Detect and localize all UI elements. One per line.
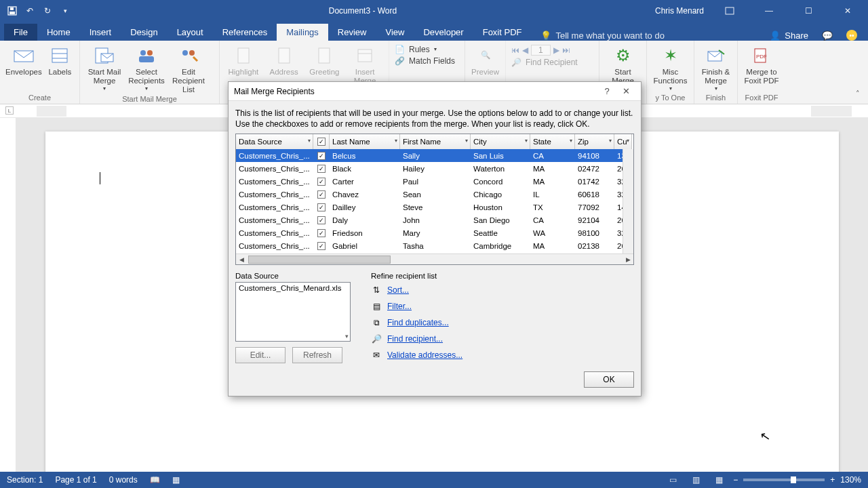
vertical-scrollbar[interactable] bbox=[623, 149, 633, 253]
macro-icon[interactable]: ▦ bbox=[172, 475, 180, 485]
rules-button[interactable]: 📄Rules ▾ bbox=[395, 45, 455, 54]
row-checkbox[interactable]: ✓ bbox=[317, 229, 326, 237]
select-recipients-button[interactable]: Select Recipients ▾ bbox=[127, 43, 165, 92]
table-row[interactable]: Customers_Chris_...✓GabrielTashaCambridg… bbox=[236, 239, 633, 252]
row-checkbox[interactable]: ✓ bbox=[317, 216, 326, 224]
spellcheck-icon[interactable]: 📖 bbox=[150, 475, 160, 485]
minimize-icon[interactable]: — bbox=[755, 1, 783, 20]
zoom-slider[interactable] bbox=[743, 479, 825, 481]
maximize-icon[interactable]: ☐ bbox=[795, 1, 822, 20]
column-header[interactable]: Zip▾ bbox=[575, 134, 614, 149]
tab-home[interactable]: Home bbox=[37, 24, 80, 41]
edit-button[interactable]: Edit... bbox=[235, 347, 285, 363]
tab-developer[interactable]: Developer bbox=[414, 24, 473, 41]
find-recipient-button[interactable]: 🔎Find Recipient bbox=[511, 58, 593, 67]
zoom-in-icon[interactable]: + bbox=[830, 475, 835, 485]
last-record-icon[interactable]: ⏭ bbox=[562, 45, 570, 55]
tab-view[interactable]: View bbox=[376, 24, 414, 41]
chevron-down-icon[interactable]: ▾ bbox=[395, 138, 397, 144]
start-merge-button[interactable]: ⚙Start Merge bbox=[605, 43, 641, 85]
column-header[interactable]: Cu▾ bbox=[614, 134, 632, 149]
validate-addresses-link[interactable]: ✉Validate addresses... bbox=[371, 347, 462, 363]
column-header[interactable]: Last Name▾ bbox=[330, 134, 400, 149]
undo-icon[interactable]: ↶ bbox=[24, 5, 35, 16]
tab-review[interactable]: Review bbox=[328, 24, 376, 41]
status-page[interactable]: Page 1 of 1 bbox=[55, 475, 96, 485]
chevron-down-icon[interactable]: ▾ bbox=[465, 138, 468, 144]
start-mail-merge-button[interactable]: Start Mail Merge ▾ bbox=[85, 43, 123, 92]
tab-file[interactable]: File bbox=[4, 24, 37, 41]
record-navigator[interactable]: ⏮ ◀ 1 ▶ ⏭ bbox=[511, 45, 593, 56]
record-number[interactable]: 1 bbox=[531, 45, 551, 56]
column-header[interactable]: State▾ bbox=[530, 134, 575, 149]
tab-layout[interactable]: Layout bbox=[167, 24, 213, 41]
comments-icon[interactable]: 💬 bbox=[822, 30, 833, 41]
labels-button[interactable]: Labels bbox=[46, 43, 74, 77]
data-source-item[interactable]: Customers_Chris_Menard.xls bbox=[239, 284, 341, 292]
column-header[interactable]: ✓ bbox=[313, 134, 330, 149]
envelopes-button[interactable]: Envelopes bbox=[5, 43, 42, 77]
save-icon[interactable] bbox=[7, 5, 18, 16]
status-section[interactable]: Section: 1 bbox=[7, 475, 43, 485]
close-icon[interactable]: ✕ bbox=[834, 1, 861, 20]
row-checkbox[interactable]: ✓ bbox=[317, 190, 326, 199]
feedback-icon[interactable]: •• bbox=[846, 30, 857, 41]
tab-foxit-pdf[interactable]: Foxit PDF bbox=[473, 24, 532, 41]
redo-icon[interactable]: ↻ bbox=[42, 5, 53, 16]
print-layout-icon[interactable]: ▥ bbox=[687, 474, 705, 486]
help-icon[interactable]: ? bbox=[597, 86, 616, 96]
status-words[interactable]: 0 words bbox=[109, 475, 138, 485]
ok-button[interactable]: OK bbox=[584, 371, 634, 388]
data-source-list[interactable]: Customers_Chris_Menard.xls ▾ bbox=[235, 282, 351, 342]
column-header[interactable]: City▾ bbox=[471, 134, 530, 149]
tab-design[interactable]: Design bbox=[121, 24, 167, 41]
row-checkbox[interactable]: ✓ bbox=[317, 203, 326, 211]
next-record-icon[interactable]: ▶ bbox=[553, 45, 559, 55]
tell-me-search[interactable]: 💡 Tell me what you want to do bbox=[540, 30, 664, 41]
select-all-checkbox[interactable]: ✓ bbox=[317, 138, 326, 146]
chevron-down-icon[interactable]: ▾ bbox=[609, 138, 612, 144]
chevron-down-icon[interactable]: ▾ bbox=[627, 138, 629, 144]
match-fields-button[interactable]: 🔗Match Fields bbox=[395, 56, 455, 66]
table-row[interactable]: Customers_Chris_...✓BelcusSallySan LuisC… bbox=[236, 149, 633, 162]
row-checkbox[interactable]: ✓ bbox=[317, 165, 326, 173]
horizontal-scrollbar[interactable]: ◀ ▶ bbox=[236, 253, 633, 264]
web-layout-icon[interactable]: ▦ bbox=[710, 474, 728, 486]
read-mode-icon[interactable]: ▭ bbox=[664, 474, 682, 486]
table-row[interactable]: Customers_Chris_...✓DalyJohnSan DiegoCA9… bbox=[236, 214, 633, 226]
table-row[interactable]: Customers_Chris_...✓DailleySteveHoustonT… bbox=[236, 201, 633, 214]
tab-references[interactable]: References bbox=[213, 24, 277, 41]
recipients-table[interactable]: Data Source▾✓Last Name▾First Name▾City▾S… bbox=[235, 134, 634, 265]
chevron-down-icon[interactable]: ▾ bbox=[308, 138, 311, 144]
column-header[interactable]: Data Source▾ bbox=[236, 134, 313, 149]
zoom-out-icon[interactable]: − bbox=[733, 475, 738, 485]
first-record-icon[interactable]: ⏮ bbox=[511, 45, 519, 55]
find-duplicates-link[interactable]: ⧉Find duplicates... bbox=[371, 314, 462, 331]
finish-merge-button[interactable]: Finish & Merge▾ bbox=[700, 43, 732, 92]
refresh-button[interactable]: Refresh bbox=[292, 347, 342, 363]
table-row[interactable]: Customers_Chris_...✓CarterPaulConcordMA0… bbox=[236, 175, 633, 188]
misc-functions-button[interactable]: ✶Misc Functions▾ bbox=[652, 43, 688, 92]
table-row[interactable]: Customers_Chris_...✓BlackHaileyWatertonM… bbox=[236, 162, 633, 175]
dialog-close-icon[interactable]: ✕ bbox=[616, 86, 635, 96]
sort-link[interactable]: ⇅Sort... bbox=[371, 282, 462, 298]
qat-more-icon[interactable]: ▾ bbox=[60, 5, 71, 16]
ribbon-display-icon[interactable] bbox=[716, 1, 743, 20]
share-button[interactable]: 👤 Share bbox=[770, 30, 808, 41]
tab-insert[interactable]: Insert bbox=[80, 24, 121, 41]
merge-to-foxit-button[interactable]: PDFMerge to Foxit PDF bbox=[743, 43, 780, 85]
row-checkbox[interactable]: ✓ bbox=[317, 152, 326, 160]
prev-record-icon[interactable]: ◀ bbox=[522, 45, 528, 55]
table-row[interactable]: Customers_Chris_...✓ChavezSeanChicagoIL6… bbox=[236, 188, 633, 201]
row-checkbox[interactable]: ✓ bbox=[317, 178, 326, 186]
edit-recipient-list-button[interactable]: Edit Recipient List bbox=[170, 43, 208, 95]
collapse-ribbon-icon[interactable]: ˄ bbox=[852, 89, 864, 102]
tab-selector[interactable]: L bbox=[5, 106, 14, 115]
row-checkbox[interactable]: ✓ bbox=[317, 242, 326, 250]
column-header[interactable]: First Name▾ bbox=[400, 134, 471, 149]
tab-mailings[interactable]: Mailings bbox=[277, 24, 328, 41]
chevron-down-icon[interactable]: ▾ bbox=[570, 138, 572, 144]
filter-link[interactable]: ▤Filter... bbox=[371, 298, 462, 314]
zoom-level[interactable]: 130% bbox=[840, 475, 861, 485]
chevron-down-icon[interactable]: ▾ bbox=[525, 138, 528, 144]
